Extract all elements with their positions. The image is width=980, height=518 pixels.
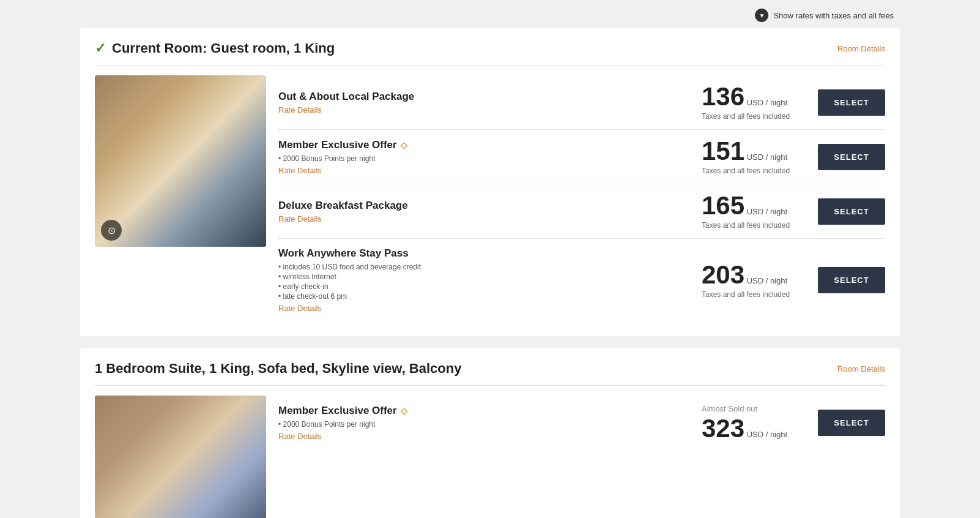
price-block: 203 USD / nightTaxes and all fees includ… [702, 262, 812, 299]
price-value: 165 USD / night [702, 193, 812, 219]
price-unit: USD / night [744, 207, 787, 216]
rate-bullets: includes 10 USD food and beverage credit… [278, 262, 696, 301]
rate-bullet-item: early check-in [278, 282, 696, 291]
diamond-icon: ◇ [401, 406, 407, 416]
room-card-guest-room-1-king: ✓Current Room: Guest room, 1 KingRoom De… [80, 28, 900, 336]
price-block: Almost Sold out323 USD / night [702, 404, 812, 441]
rate-bullet-item: 2000 Bonus Points per night [278, 419, 696, 429]
price-number: 323 [702, 414, 744, 443]
rate-bullets: 2000 Bonus Points per night [278, 154, 696, 163]
rate-list: Out & About Local PackageRate Details136… [278, 75, 885, 321]
rate-bullets: 2000 Bonus Points per night [278, 419, 696, 429]
price-number: 151 [702, 137, 744, 165]
rate-bullet-item: includes 10 USD food and beverage credit [278, 262, 696, 272]
rate-info: Member Exclusive Offer◇2000 Bonus Points… [278, 139, 696, 175]
top-bar-label: Show rates with taxes and all fees [773, 11, 894, 20]
price-value: 136 USD / night [702, 84, 812, 110]
rate-item-member-exclusive-1: Member Exclusive Offer◇2000 Bonus Points… [278, 130, 885, 184]
rate-details-link[interactable]: Rate Details [278, 432, 322, 441]
price-taxes: Taxes and all fees included [702, 290, 812, 299]
price-value: 151 USD / night [702, 138, 812, 164]
select-button-deluxe-breakfast[interactable]: SELECT [818, 198, 885, 225]
rate-item-deluxe-breakfast: Deluxe Breakfast PackageRate Details165 … [278, 184, 885, 239]
room-content: ⊙Out & About Local PackageRate Details13… [95, 75, 885, 321]
room-header: 1 Bedroom Suite, 1 King, Sofa bed, Skyli… [95, 361, 885, 386]
price-value: 203 USD / night [702, 262, 812, 288]
price-block: 151 USD / nightTaxes and all fees includ… [702, 138, 812, 175]
room-header: ✓Current Room: Guest room, 1 KingRoom De… [95, 40, 885, 66]
room-title-row: ✓Current Room: Guest room, 1 King [95, 40, 335, 56]
rate-list: Member Exclusive Offer◇2000 Bonus Points… [278, 396, 885, 518]
room-details-link[interactable]: Room Details [837, 44, 885, 53]
page-wrapper: Show rates with taxes and all fees ✓Curr… [80, 0, 900, 518]
room-title: Current Room: Guest room, 1 King [112, 40, 335, 56]
price-number: 203 [702, 260, 744, 289]
rate-name: Member Exclusive Offer◇ [278, 139, 696, 151]
diamond-icon: ◇ [401, 140, 407, 150]
rate-name: Member Exclusive Offer◇ [278, 405, 696, 417]
check-icon: ✓ [95, 40, 106, 56]
select-button-member-exclusive-suite[interactable]: SELECT [818, 410, 885, 436]
rate-item-work-anywhere: Work Anywhere Stay Passincludes 10 USD f… [278, 239, 885, 321]
select-button-member-exclusive-1[interactable]: SELECT [818, 144, 885, 170]
price-unit: USD / night [744, 98, 787, 107]
rate-item-out-about: Out & About Local PackageRate Details136… [278, 75, 885, 130]
price-block: 165 USD / nightTaxes and all fees includ… [702, 193, 812, 230]
toggle-button[interactable] [755, 9, 768, 22]
price-taxes: Taxes and all fees included [702, 112, 812, 121]
rate-info: Out & About Local PackageRate Details [278, 91, 696, 114]
rate-item-member-exclusive-suite: Member Exclusive Offer◇2000 Bonus Points… [278, 396, 885, 450]
price-unit: USD / night [744, 276, 787, 285]
price-value: 323 USD / night [702, 416, 812, 441]
room-content: ⊙Member Exclusive Offer◇2000 Bonus Point… [95, 396, 885, 518]
rate-bullet-item: 2000 Bonus Points per night [278, 154, 696, 163]
rooms-container: ✓Current Room: Guest room, 1 KingRoom De… [80, 28, 900, 518]
room-image: ⊙ [95, 396, 266, 518]
price-number: 165 [702, 191, 744, 220]
room-image-placeholder: ⊙ [95, 396, 266, 518]
price-taxes: Taxes and all fees included [702, 221, 812, 230]
room-details-link[interactable]: Room Details [837, 364, 885, 373]
room-title: 1 Bedroom Suite, 1 King, Sofa bed, Skyli… [95, 361, 461, 377]
price-taxes: Taxes and all fees included [702, 167, 812, 175]
rate-bullet-item: late check-out 6 pm [278, 291, 696, 301]
rate-name: Out & About Local Package [278, 91, 696, 103]
rate-details-link[interactable]: Rate Details [278, 304, 322, 313]
rate-details-link[interactable]: Rate Details [278, 166, 322, 175]
room-title-row: 1 Bedroom Suite, 1 King, Sofa bed, Skyli… [95, 361, 461, 377]
almost-sold-out-label: Almost Sold out [702, 404, 812, 413]
price-unit: USD / night [744, 430, 787, 439]
room-card-suite-1king-sofa-skyline: 1 Bedroom Suite, 1 King, Sofa bed, Skyli… [80, 348, 900, 518]
price-unit: USD / night [744, 152, 787, 162]
room-image-placeholder: ⊙ [95, 75, 266, 247]
rate-details-link[interactable]: Rate Details [278, 214, 322, 223]
rate-name: Deluxe Breakfast Package [278, 200, 696, 212]
price-number: 136 [702, 82, 744, 111]
price-block: 136 USD / nightTaxes and all fees includ… [702, 84, 812, 121]
image-gallery-icon[interactable]: ⊙ [101, 220, 122, 241]
select-button-out-about[interactable]: SELECT [818, 89, 885, 116]
rate-info: Member Exclusive Offer◇2000 Bonus Points… [278, 405, 696, 441]
select-button-work-anywhere[interactable]: SELECT [818, 267, 885, 293]
rate-info: Work Anywhere Stay Passincludes 10 USD f… [278, 247, 696, 313]
rate-bullet-item: wireless Internet [278, 272, 696, 282]
room-image: ⊙ [95, 75, 266, 247]
top-bar: Show rates with taxes and all fees [80, 6, 900, 28]
rate-details-link[interactable]: Rate Details [278, 105, 322, 114]
rate-name: Work Anywhere Stay Pass [278, 247, 696, 260]
rate-info: Deluxe Breakfast PackageRate Details [278, 200, 696, 223]
